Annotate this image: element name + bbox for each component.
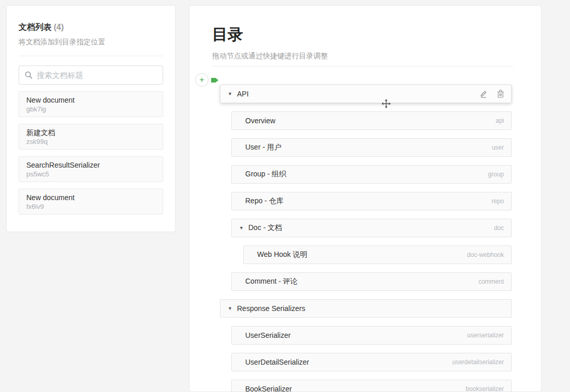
toc-node-label: Repo - 仓库	[245, 197, 283, 206]
toc-node-slug: bookserializer	[466, 385, 504, 392]
document-card[interactable]: 新建文档 zsk99q	[19, 124, 163, 150]
document-card[interactable]: New document gbk7ig	[19, 91, 163, 117]
toc-node-label: Web Hook 说明	[257, 250, 307, 259]
toc-panel: 目录 拖动节点或通过快捷键进行目录调整 + ▼ API	[189, 5, 542, 392]
toc-node-slug: userdetailserializer	[452, 358, 504, 366]
toc-node-label: BookSerializer	[245, 385, 292, 392]
toc-node-slug: userserializer	[467, 332, 504, 339]
document-list-panel: 文档列表(4) 将文档添加到目录指定位置 New document gbk7ig…	[6, 5, 176, 232]
document-card-id: fx6lv9	[26, 203, 155, 211]
document-card-id: gbk7ig	[26, 105, 155, 113]
toc-node-actions	[480, 90, 504, 98]
toc-node-label: Group - 组织	[245, 170, 286, 179]
toc-node-row[interactable]: ▼ Group - 组织 group	[231, 165, 512, 184]
toc-node-slug: comment	[479, 278, 504, 285]
toc-node-row[interactable]: ▼ API	[220, 85, 512, 103]
search-input[interactable]	[37, 71, 157, 79]
toc-tree: ▼ API	[189, 85, 541, 392]
document-list-subtitle: 将文档添加到目录指定位置	[19, 38, 163, 47]
divider	[19, 56, 163, 56]
toc-node-row[interactable]: ▼ BookSerializer bookserializer	[231, 380, 512, 392]
document-list-title-text: 文档列表	[19, 23, 52, 31]
divider	[212, 66, 513, 67]
delete-icon[interactable]	[497, 90, 504, 98]
document-card[interactable]: New document fx6lv9	[19, 189, 163, 215]
document-card-title: SearchResultSerializer	[26, 160, 155, 170]
toc-subtitle: 拖动节点或通过快捷键进行目录调整	[212, 52, 328, 61]
toc-node-label: UserSerializer	[245, 331, 291, 339]
document-card-id: ps5wc5	[26, 170, 155, 178]
toc-node-row[interactable]: ▼ User - 用户 user	[231, 138, 512, 157]
toc-node-row[interactable]: ▼ Response Serializers	[220, 299, 512, 318]
toc-node-row[interactable]: ▼ UserSerializer userserializer	[231, 326, 512, 345]
toc-node-slug: user	[492, 144, 504, 151]
toc-node-label: UserDetailSerializer	[245, 358, 309, 366]
document-card-title: 新建文档	[26, 128, 155, 137]
search-icon	[25, 71, 33, 79]
toc-node-label: API	[237, 90, 249, 98]
toc-node-label: Doc - 文档	[248, 223, 282, 233]
toc-node-label: Overview	[245, 117, 275, 125]
toc-node-slug: api	[496, 117, 504, 124]
toc-title: 目录	[212, 25, 243, 44]
toc-node-slug: repo	[492, 198, 504, 205]
toc-node-row[interactable]: ▼ UserDetailSerializer userdetailseriali…	[231, 353, 512, 371]
toc-node-slug: doc-webhook	[467, 251, 504, 258]
toc-node-row[interactable]: ▼ Overview api	[231, 111, 512, 130]
caret-down-icon[interactable]: ▼	[239, 225, 245, 231]
toc-node-label: Comment - 评论	[245, 277, 297, 286]
caret-down-icon[interactable]: ▼	[228, 91, 233, 96]
search-box[interactable]	[19, 66, 163, 85]
toc-node-slug: group	[488, 171, 504, 178]
toc-node-row[interactable]: ▼ Web Hook 说明 doc-webhook	[243, 246, 512, 264]
caret-down-icon[interactable]: ▼	[228, 306, 233, 311]
document-card-title: New document	[26, 193, 155, 202]
toc-node-label: User - 用户	[245, 143, 281, 152]
document-card-title: New document	[26, 95, 155, 105]
document-card-id: zsk99q	[26, 138, 155, 146]
document-count: (4)	[54, 23, 64, 31]
document-card[interactable]: SearchResultSerializer ps5wc5	[19, 156, 163, 182]
toc-node-row[interactable]: ▼ Repo - 仓库 repo	[231, 192, 512, 210]
edit-icon[interactable]	[480, 90, 487, 98]
document-list-title: 文档列表(4)	[19, 22, 163, 33]
toc-node-label: Response Serializers	[237, 304, 305, 313]
toc-node-slug: doc	[494, 224, 504, 232]
toc-node-row[interactable]: ▼ Comment - 评论 comment	[231, 272, 512, 291]
document-card-list: New document gbk7ig 新建文档 zsk99q SearchRe…	[19, 91, 163, 215]
toc-node-row[interactable]: ▼ Doc - 文档 doc	[231, 219, 512, 237]
drop-position-indicator-icon	[211, 78, 218, 83]
